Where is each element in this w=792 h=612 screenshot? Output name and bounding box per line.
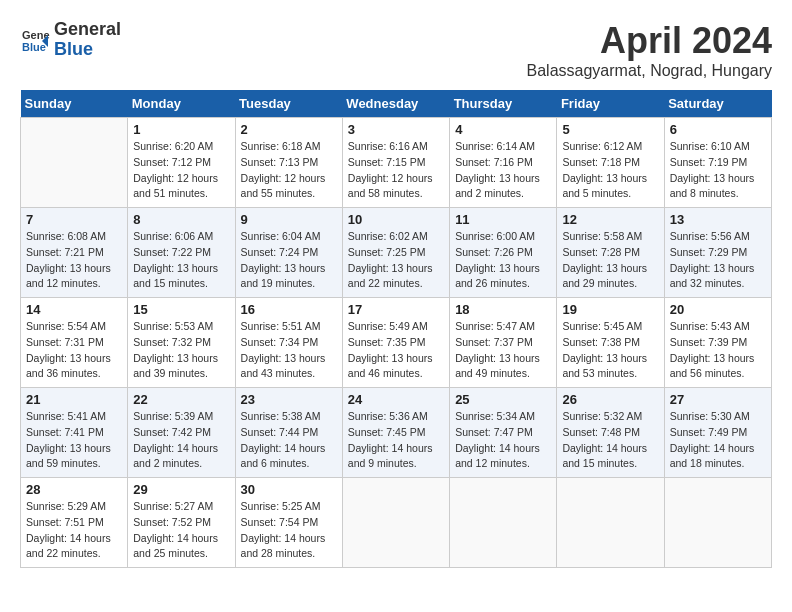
page-header: General Blue General Blue April 2024 Bal…: [20, 20, 772, 80]
calendar-cell: 20Sunrise: 5:43 AMSunset: 7:39 PMDayligh…: [664, 298, 771, 388]
calendar-cell: 25Sunrise: 5:34 AMSunset: 7:47 PMDayligh…: [450, 388, 557, 478]
calendar-cell: 12Sunrise: 5:58 AMSunset: 7:28 PMDayligh…: [557, 208, 664, 298]
calendar-cell: 16Sunrise: 5:51 AMSunset: 7:34 PMDayligh…: [235, 298, 342, 388]
day-number: 19: [562, 302, 658, 317]
week-row-1: 1Sunrise: 6:20 AMSunset: 7:12 PMDaylight…: [21, 118, 772, 208]
calendar-cell: [664, 478, 771, 568]
svg-text:Blue: Blue: [22, 41, 46, 53]
calendar-cell: 10Sunrise: 6:02 AMSunset: 7:25 PMDayligh…: [342, 208, 449, 298]
day-info: Sunrise: 5:53 AMSunset: 7:32 PMDaylight:…: [133, 319, 229, 382]
title-section: April 2024 Balassagyarmat, Nograd, Hunga…: [527, 20, 772, 80]
weekday-header-saturday: Saturday: [664, 90, 771, 118]
day-number: 2: [241, 122, 337, 137]
calendar-cell: 7Sunrise: 6:08 AMSunset: 7:21 PMDaylight…: [21, 208, 128, 298]
day-info: Sunrise: 5:51 AMSunset: 7:34 PMDaylight:…: [241, 319, 337, 382]
day-number: 27: [670, 392, 766, 407]
weekday-header-friday: Friday: [557, 90, 664, 118]
calendar-cell: 8Sunrise: 6:06 AMSunset: 7:22 PMDaylight…: [128, 208, 235, 298]
day-number: 24: [348, 392, 444, 407]
day-info: Sunrise: 5:45 AMSunset: 7:38 PMDaylight:…: [562, 319, 658, 382]
week-row-2: 7Sunrise: 6:08 AMSunset: 7:21 PMDaylight…: [21, 208, 772, 298]
day-info: Sunrise: 5:49 AMSunset: 7:35 PMDaylight:…: [348, 319, 444, 382]
calendar-cell: 1Sunrise: 6:20 AMSunset: 7:12 PMDaylight…: [128, 118, 235, 208]
day-info: Sunrise: 6:14 AMSunset: 7:16 PMDaylight:…: [455, 139, 551, 202]
day-number: 20: [670, 302, 766, 317]
day-info: Sunrise: 6:02 AMSunset: 7:25 PMDaylight:…: [348, 229, 444, 292]
day-info: Sunrise: 5:39 AMSunset: 7:42 PMDaylight:…: [133, 409, 229, 472]
day-info: Sunrise: 6:16 AMSunset: 7:15 PMDaylight:…: [348, 139, 444, 202]
weekday-header-monday: Monday: [128, 90, 235, 118]
logo-general-text: General: [54, 20, 121, 40]
calendar-cell: 22Sunrise: 5:39 AMSunset: 7:42 PMDayligh…: [128, 388, 235, 478]
calendar-cell: [342, 478, 449, 568]
day-number: 10: [348, 212, 444, 227]
day-info: Sunrise: 5:34 AMSunset: 7:47 PMDaylight:…: [455, 409, 551, 472]
calendar-cell: 2Sunrise: 6:18 AMSunset: 7:13 PMDaylight…: [235, 118, 342, 208]
day-number: 15: [133, 302, 229, 317]
calendar-cell: 5Sunrise: 6:12 AMSunset: 7:18 PMDaylight…: [557, 118, 664, 208]
calendar-cell: 14Sunrise: 5:54 AMSunset: 7:31 PMDayligh…: [21, 298, 128, 388]
day-number: 13: [670, 212, 766, 227]
calendar-cell: 15Sunrise: 5:53 AMSunset: 7:32 PMDayligh…: [128, 298, 235, 388]
day-info: Sunrise: 5:27 AMSunset: 7:52 PMDaylight:…: [133, 499, 229, 562]
day-info: Sunrise: 5:47 AMSunset: 7:37 PMDaylight:…: [455, 319, 551, 382]
weekday-header-sunday: Sunday: [21, 90, 128, 118]
calendar-cell: [557, 478, 664, 568]
day-info: Sunrise: 6:06 AMSunset: 7:22 PMDaylight:…: [133, 229, 229, 292]
day-number: 16: [241, 302, 337, 317]
day-number: 30: [241, 482, 337, 497]
weekday-header-wednesday: Wednesday: [342, 90, 449, 118]
main-title: April 2024: [527, 20, 772, 62]
calendar-cell: 13Sunrise: 5:56 AMSunset: 7:29 PMDayligh…: [664, 208, 771, 298]
day-number: 18: [455, 302, 551, 317]
day-info: Sunrise: 6:10 AMSunset: 7:19 PMDaylight:…: [670, 139, 766, 202]
logo-text: General Blue: [54, 20, 121, 60]
day-info: Sunrise: 5:32 AMSunset: 7:48 PMDaylight:…: [562, 409, 658, 472]
day-number: 3: [348, 122, 444, 137]
calendar-cell: 19Sunrise: 5:45 AMSunset: 7:38 PMDayligh…: [557, 298, 664, 388]
day-number: 11: [455, 212, 551, 227]
day-info: Sunrise: 6:18 AMSunset: 7:13 PMDaylight:…: [241, 139, 337, 202]
day-number: 29: [133, 482, 229, 497]
calendar-cell: 26Sunrise: 5:32 AMSunset: 7:48 PMDayligh…: [557, 388, 664, 478]
day-number: 26: [562, 392, 658, 407]
day-info: Sunrise: 5:41 AMSunset: 7:41 PMDaylight:…: [26, 409, 122, 472]
weekday-header-thursday: Thursday: [450, 90, 557, 118]
logo-blue-text: Blue: [54, 40, 121, 60]
subtitle: Balassagyarmat, Nograd, Hungary: [527, 62, 772, 80]
weekday-header-tuesday: Tuesday: [235, 90, 342, 118]
day-info: Sunrise: 6:00 AMSunset: 7:26 PMDaylight:…: [455, 229, 551, 292]
day-info: Sunrise: 5:36 AMSunset: 7:45 PMDaylight:…: [348, 409, 444, 472]
day-number: 4: [455, 122, 551, 137]
calendar-cell: [21, 118, 128, 208]
day-number: 8: [133, 212, 229, 227]
calendar-cell: 29Sunrise: 5:27 AMSunset: 7:52 PMDayligh…: [128, 478, 235, 568]
calendar-cell: 23Sunrise: 5:38 AMSunset: 7:44 PMDayligh…: [235, 388, 342, 478]
day-number: 28: [26, 482, 122, 497]
week-row-4: 21Sunrise: 5:41 AMSunset: 7:41 PMDayligh…: [21, 388, 772, 478]
day-number: 6: [670, 122, 766, 137]
calendar-cell: 4Sunrise: 6:14 AMSunset: 7:16 PMDaylight…: [450, 118, 557, 208]
calendar-cell: 9Sunrise: 6:04 AMSunset: 7:24 PMDaylight…: [235, 208, 342, 298]
logo: General Blue General Blue: [20, 20, 121, 60]
week-row-5: 28Sunrise: 5:29 AMSunset: 7:51 PMDayligh…: [21, 478, 772, 568]
day-number: 12: [562, 212, 658, 227]
day-info: Sunrise: 6:08 AMSunset: 7:21 PMDaylight:…: [26, 229, 122, 292]
day-info: Sunrise: 5:58 AMSunset: 7:28 PMDaylight:…: [562, 229, 658, 292]
day-number: 21: [26, 392, 122, 407]
day-info: Sunrise: 5:30 AMSunset: 7:49 PMDaylight:…: [670, 409, 766, 472]
day-number: 22: [133, 392, 229, 407]
day-info: Sunrise: 5:25 AMSunset: 7:54 PMDaylight:…: [241, 499, 337, 562]
day-info: Sunrise: 5:29 AMSunset: 7:51 PMDaylight:…: [26, 499, 122, 562]
calendar-cell: 11Sunrise: 6:00 AMSunset: 7:26 PMDayligh…: [450, 208, 557, 298]
calendar-cell: 30Sunrise: 5:25 AMSunset: 7:54 PMDayligh…: [235, 478, 342, 568]
calendar-cell: [450, 478, 557, 568]
calendar-cell: 17Sunrise: 5:49 AMSunset: 7:35 PMDayligh…: [342, 298, 449, 388]
day-info: Sunrise: 6:12 AMSunset: 7:18 PMDaylight:…: [562, 139, 658, 202]
day-number: 17: [348, 302, 444, 317]
weekday-header-row: SundayMondayTuesdayWednesdayThursdayFrid…: [21, 90, 772, 118]
calendar-cell: 21Sunrise: 5:41 AMSunset: 7:41 PMDayligh…: [21, 388, 128, 478]
day-number: 9: [241, 212, 337, 227]
day-number: 7: [26, 212, 122, 227]
day-info: Sunrise: 5:56 AMSunset: 7:29 PMDaylight:…: [670, 229, 766, 292]
